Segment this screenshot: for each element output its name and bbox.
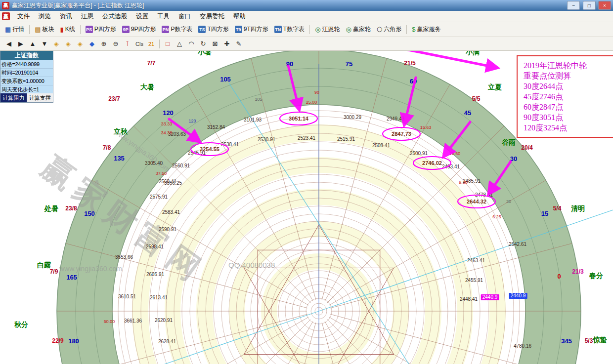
maximize-button[interactable]: □ (583, 1, 596, 10)
toolbar-item-hexagon[interactable]: ⬡六角形 (374, 24, 404, 36)
toolbar-item-quotes[interactable]: ▦行情 (2, 24, 27, 36)
triangle-tool-button[interactable]: △ (174, 38, 185, 50)
zoom-out-button[interactable]: ⊖ (110, 38, 121, 50)
solar-term-label: 秋分 (14, 321, 28, 328)
diamond-tool-3-button[interactable]: ◈ (75, 38, 86, 50)
calendar-button[interactable]: 21 (146, 38, 157, 50)
diamond-tool-4-button[interactable]: ◆ (87, 38, 97, 50)
toolbar-item-label: 赢家服务 (417, 25, 440, 34)
menu-item-browse[interactable]: 浏览 (34, 12, 55, 21)
solar-term-label: 大暑 (140, 83, 154, 90)
circled-key-value: 2847.73 (392, 131, 411, 137)
toolbar-item-p-square[interactable]: PSP四方形 (83, 24, 119, 36)
wheel-date-label: 5/3 (585, 338, 593, 344)
wheel-value: 2628.41 (158, 339, 176, 344)
menu-item-settings[interactable]: 设置 (131, 12, 153, 21)
diamond-tool-2-button[interactable]: ◈ (63, 38, 74, 50)
main-toolbar: ▦行情▤板块▮K线PSP四方形9P9P四方形PNP数字表TST四方形T99T四方… (0, 22, 613, 37)
wheel-red-value: 25.00 (306, 100, 317, 105)
drawing-toolbar: ◀▶▲▼◈◈◈◆⊕⊖⊺Cls21□△◠↻⊠✚✎ (0, 37, 613, 51)
wheel-degree-label: 165 (66, 274, 77, 281)
menu-item-trade[interactable]: 交易委托 (195, 12, 229, 21)
wheel-degree-label: 105 (220, 76, 231, 82)
toolbar-item-t-square[interactable]: TST四方形 (195, 24, 231, 36)
move-tool-button[interactable]: ✚ (221, 38, 232, 50)
wheel-degree-label: 345 (561, 338, 572, 344)
annotation-line: 30度2644点 (524, 81, 613, 91)
wheel-red-value: 15.63 (420, 125, 432, 130)
wheel-red-value: 34.38 (161, 131, 173, 135)
toolbar-item-9p-square[interactable]: 9P9P四方形 (119, 24, 159, 36)
wheel-degree-label: 0 (557, 273, 561, 280)
back-button[interactable]: ◀ (3, 38, 14, 50)
delete-tool-button[interactable]: ⊠ (210, 38, 220, 50)
toolbar-item-t-table[interactable]: TNT数字表 (271, 24, 307, 36)
close-button[interactable]: × (598, 1, 611, 10)
p-square-icon: PS (86, 26, 93, 33)
menu-item-gann[interactable]: 江恩 (77, 12, 98, 21)
9t-square-icon: T9 (235, 26, 242, 33)
annotation-line: 120度3254点 (524, 122, 613, 133)
wheel-value: 2500.91 (410, 151, 428, 156)
wheel-red-value: 33.33 (161, 122, 173, 126)
up-marker-button[interactable]: ▲ (27, 38, 38, 50)
sectors-icon: ▤ (35, 26, 41, 33)
toolbar-item-gann-wheel[interactable]: ◎江恩轮 (312, 24, 343, 36)
toolbar-item-label: 江恩轮 (322, 25, 340, 34)
minimize-button[interactable]: − (567, 1, 580, 10)
kline-icon: ▮ (60, 26, 64, 33)
wheel-value: 2530.91 (258, 137, 275, 142)
cls-button[interactable]: Cls (134, 38, 145, 50)
toolbar-separator (80, 25, 81, 34)
wheel-degree-label: 75 (346, 61, 352, 67)
menu-item-formula-stock[interactable]: 公式选股 (98, 12, 131, 21)
wheel-value: 2455.91 (465, 278, 483, 283)
wheel-value: 4780.16 (514, 344, 531, 349)
menu-item-news[interactable]: 资讯 (55, 12, 77, 21)
wheel-red-value: 9.38 (459, 180, 468, 185)
wheel-date-label: 23/7 (108, 96, 120, 102)
wheel-degree-label: 135 (114, 155, 125, 162)
wheel-degree-label: 90 (286, 61, 293, 67)
toolbar-item-label: 板块 (43, 25, 54, 34)
current-price-highlight: 2440.9 (509, 293, 527, 299)
calc-resistance-button[interactable]: 计算阻力 (0, 93, 27, 102)
diamond-tool-1-button[interactable]: ◈ (51, 38, 62, 50)
wheel-value: 2620.91 (155, 318, 173, 323)
rotate-tool-button[interactable]: ↻ (198, 38, 209, 50)
menu-item-file[interactable]: 文件 (13, 12, 34, 21)
wheel-value: 3101.93 (244, 118, 262, 122)
draw-tool-button[interactable]: ✎ (233, 38, 244, 50)
toolbar-item-9t-square[interactable]: T99T四方形 (232, 24, 271, 36)
menu-item-tools[interactable]: 工具 (153, 12, 174, 21)
arc-tool-button[interactable]: ◠ (186, 38, 197, 50)
toolbar-separator (406, 25, 407, 34)
filter-button[interactable]: ▼ (39, 38, 50, 50)
toolbar-item-label: 赢家轮 (353, 25, 371, 34)
rect-tool-button[interactable]: □ (162, 38, 173, 50)
toolbar-item-winner-wheel[interactable]: ◎赢家轮 (343, 24, 374, 36)
zoom-in-button[interactable]: ⊕ (98, 38, 109, 50)
forward-button[interactable]: ▶ (15, 38, 26, 50)
wheel-value: 3553.66 (115, 255, 133, 260)
wheel-date-label: 7/9 (50, 269, 58, 275)
wheel-value: 2949.43 (387, 117, 404, 121)
wheel-degree-label: 150 (84, 210, 95, 217)
menu-item-help[interactable]: 帮助 (229, 12, 250, 21)
calc-support-button[interactable]: 计算支撑 (27, 93, 53, 102)
info-row: 周天变化步长=1 (0, 85, 53, 93)
annotation-line: 45度2746点 (524, 91, 613, 102)
wheel-value: 2605.91 (146, 272, 164, 277)
measure-tool-button[interactable]: ⊺ (122, 38, 133, 50)
menu-item-window[interactable]: 窗口 (174, 12, 195, 21)
toolbar-item-winner-service[interactable]: $赢家服务 (409, 24, 443, 36)
toolbar-item-label: T四方形 (207, 25, 228, 34)
wheel-value: 2478.41 (475, 193, 493, 198)
t-square-icon: TS (198, 26, 206, 33)
app-logo-icon: 赢 (2, 2, 9, 9)
toolbar-item-sectors[interactable]: ▤板块 (32, 24, 57, 36)
calc-buttons: 计算阻力 计算支撑 (0, 93, 53, 102)
toolbar-item-p-table[interactable]: PNP数字表 (159, 24, 195, 36)
wheel-value: 2463.41 (467, 258, 485, 263)
toolbar-item-kline[interactable]: ▮K线 (57, 24, 78, 36)
